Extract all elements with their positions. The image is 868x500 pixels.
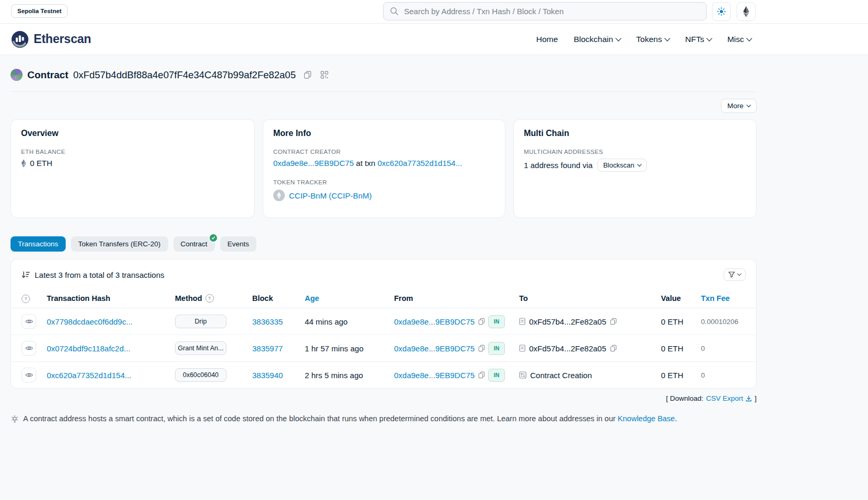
token-logo-icon	[273, 190, 285, 201]
tx-preview-button[interactable]	[22, 341, 36, 356]
tx-preview-button[interactable]	[22, 314, 36, 329]
eth-glyph-icon	[21, 159, 26, 168]
token-tracker-link[interactable]: CCIP-BnM (CCIP-BnM)	[289, 191, 372, 200]
network-switcher-button[interactable]	[737, 2, 756, 21]
eye-icon	[25, 318, 33, 325]
nav-item-nfts[interactable]: NFTs	[685, 35, 711, 44]
transactions-summary: Latest 3 from a total of 3 transactions	[35, 270, 164, 279]
fee-cell: 0	[699, 345, 747, 352]
method-badge[interactable]: Grant Mint An...	[175, 341, 226, 355]
copy-from-button[interactable]	[478, 318, 485, 325]
to-address: Contract Creation	[530, 371, 592, 380]
block-link[interactable]: 3835977	[252, 344, 283, 353]
search-box	[383, 2, 707, 20]
tx-hash-link[interactable]: 0x0724bdf9c118afc2d...	[47, 344, 130, 353]
network-badge[interactable]: Sepolia Testnet	[11, 4, 68, 18]
method-badge[interactable]: 0x60c06040	[175, 368, 226, 382]
nav-item-blockchain[interactable]: Blockchain	[574, 35, 621, 44]
from-address-link[interactable]: 0xda9e8e...9EB9DC75	[394, 317, 474, 326]
method-badge[interactable]: Drip	[175, 315, 226, 328]
fee-cell: 0.00010206	[699, 318, 747, 326]
col-value: Value	[651, 294, 699, 303]
to-address: 0xFd57b4...2Fe82a05	[529, 317, 606, 326]
download-suffix: ]	[755, 394, 757, 402]
block-link[interactable]: 3835940	[252, 371, 283, 380]
col-age-toggle[interactable]: Age	[296, 294, 385, 303]
col-txn-fee-toggle[interactable]: Txn Fee	[699, 294, 747, 303]
etherscan-logo[interactable]: Etherscan	[11, 30, 91, 48]
contract-header: Contract 0xFd57b4ddBf88a4e07fF4e34C487b9…	[11, 55, 757, 81]
qr-code-button[interactable]	[319, 70, 329, 80]
age-cell: 2 hrs 5 mins ago	[296, 371, 385, 380]
transactions-panel: Latest 3 from a total of 3 transactions …	[11, 259, 757, 389]
tab-contract[interactable]: Contract	[173, 236, 215, 252]
copy-address-button[interactable]	[303, 70, 313, 80]
table-row: 0xc620a77352d1d154... 0x60c06040 3835940…	[11, 362, 756, 388]
multichain-title: Multi Chain	[524, 129, 746, 138]
help-icon: ?	[22, 295, 30, 303]
tx-hash-link[interactable]: 0x7798dcdaec0f6dd9c...	[47, 317, 132, 326]
eye-icon	[25, 372, 33, 378]
csv-export-link[interactable]: CSV Export	[706, 394, 743, 402]
value-cell: 0 ETH	[651, 317, 699, 326]
contract-file-icon	[519, 318, 525, 325]
copy-icon	[478, 318, 485, 325]
nav-item-misc[interactable]: Misc	[727, 35, 751, 44]
sun-icon	[717, 7, 726, 16]
from-address-link[interactable]: 0xda9e8e...9EB9DC75	[394, 344, 474, 353]
search-icon	[390, 7, 399, 16]
col-transaction-hash: Transaction Hash	[47, 294, 175, 303]
copy-icon	[610, 318, 617, 325]
copy-from-button[interactable]	[478, 371, 485, 379]
lightbulb-icon	[11, 415, 19, 423]
nav-item-home[interactable]: Home	[536, 35, 558, 44]
tab-token-transfers[interactable]: Token Transfers (ERC-20)	[71, 236, 168, 252]
direction-badge: IN	[488, 342, 505, 355]
creator-mid-text: at txn	[354, 159, 377, 168]
age-cell: 1 hr 57 mins ago	[296, 344, 385, 353]
nav-item-tokens[interactable]: Tokens	[636, 35, 669, 44]
overview-card: Overview ETH BALANCE 0 ETH	[11, 119, 255, 218]
filter-button[interactable]	[724, 268, 746, 281]
copy-to-button[interactable]	[610, 345, 617, 352]
tx-preview-button[interactable]	[22, 368, 36, 382]
chevron-down-icon	[664, 35, 670, 41]
chevron-down-icon	[706, 35, 712, 41]
copy-to-button[interactable]	[610, 318, 617, 325]
address-avatar	[11, 69, 23, 81]
eye-icon	[25, 345, 33, 351]
creator-address-link[interactable]: 0xda9e8e...9EB9DC75	[273, 159, 354, 168]
block-link[interactable]: 3836335	[252, 317, 283, 326]
section-divider	[11, 91, 757, 92]
page: Sepolia Testnet	[0, 0, 868, 500]
footnote-suffix: .	[675, 414, 677, 423]
tab-bar: Transactions Token Transfers (ERC-20) Co…	[11, 236, 757, 252]
tab-events[interactable]: Events	[220, 236, 256, 252]
footnote-text: A contract address hosts a smart contrac…	[23, 414, 618, 423]
footnote: A contract address hosts a smart contrac…	[11, 414, 757, 423]
help-icon: ?	[205, 294, 214, 303]
navbar: Etherscan Home Blockchain Tokens NFTs Mi…	[0, 24, 868, 55]
eth-balance-label: ETH BALANCE	[21, 149, 244, 155]
col-from: From	[385, 294, 488, 303]
multichain-found-text: 1 address found via	[524, 161, 593, 170]
more-dropdown-button[interactable]: More	[721, 99, 757, 113]
knowledge-base-link[interactable]: Knowledge Base	[618, 414, 675, 423]
col-to: To	[511, 294, 651, 303]
table-row: 0x7798dcdaec0f6dd9c... Drip 3836335 44 m…	[11, 308, 756, 335]
more-info-title: More Info	[273, 129, 495, 138]
tx-hash-link[interactable]: 0xc620a77352d1d154...	[47, 371, 131, 380]
tab-transactions[interactable]: Transactions	[11, 236, 66, 252]
from-address-link[interactable]: 0xda9e8e...9EB9DC75	[394, 371, 474, 380]
copy-icon	[478, 345, 485, 352]
download-icon	[746, 395, 752, 402]
copy-icon	[610, 345, 617, 352]
search-input[interactable]	[403, 6, 700, 16]
sort-icon	[22, 270, 30, 279]
table-row: 0x0724bdf9c118afc2d... Grant Mint An... …	[11, 335, 756, 362]
theme-toggle-button[interactable]	[712, 2, 731, 21]
copy-from-button[interactable]	[478, 345, 485, 352]
creation-txn-link[interactable]: 0xc620a77352d1d154...	[377, 159, 462, 168]
multichain-card: Multi Chain MULTICHAIN ADDRESSES 1 addre…	[513, 119, 757, 218]
blockscan-dropdown-button[interactable]: Blockscan	[597, 159, 647, 172]
